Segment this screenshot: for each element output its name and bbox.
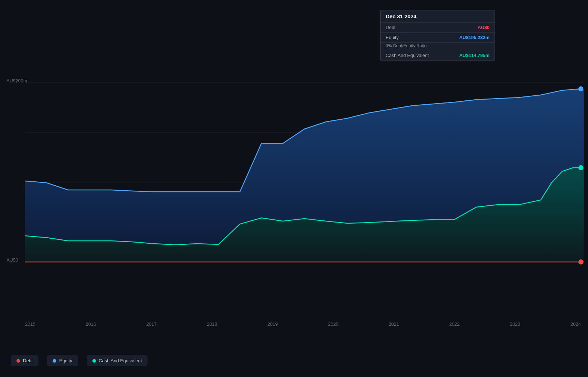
tooltip-equity-value: AU$195.232m — [459, 35, 490, 40]
x-label-2019: 2019 — [268, 321, 278, 327]
x-label-2017: 2017 — [146, 321, 156, 327]
x-label-2022: 2022 — [449, 321, 460, 327]
legend-cash[interactable]: Cash And Equivalent — [87, 355, 148, 366]
tooltip-equity-row: Equity AU$195.232m — [381, 33, 495, 43]
tooltip-equity-label: Equity — [386, 35, 399, 40]
x-label-2024: 2024 — [570, 321, 581, 327]
cash-dot — [92, 359, 96, 363]
x-label-2021: 2021 — [389, 321, 399, 327]
x-label-2018: 2018 — [207, 321, 217, 327]
cash-legend-label: Cash And Equivalent — [99, 358, 142, 363]
legend-debt[interactable]: Debt — [11, 355, 38, 366]
equity-dot — [53, 359, 56, 363]
tooltip-cash-row: Cash And Equivalent AU$114.795m — [381, 51, 495, 60]
tooltip-debt-row: Debt AU$0 — [381, 23, 495, 33]
y-axis-label-200: AU$200m — [6, 78, 27, 83]
legend: Debt Equity Cash And Equivalent — [11, 355, 148, 366]
chart-svg — [0, 0, 588, 323]
tooltip: Dec 31 2024 Debt AU$0 Equity AU$195.232m… — [380, 10, 495, 61]
cash-endpoint — [578, 165, 583, 170]
x-label-2015: 2015 — [25, 321, 35, 327]
tooltip-debt-value: AU$0 — [478, 25, 490, 30]
x-label-2016: 2016 — [86, 321, 96, 327]
tooltip-cash-label: Cash And Equivalent — [386, 53, 429, 58]
debt-endpoint — [578, 259, 583, 264]
debt-dot — [16, 359, 20, 363]
debt-legend-label: Debt — [23, 358, 33, 363]
tooltip-debt-label: Debt — [386, 25, 395, 30]
chart-container: AU$200m AU$0 2015 2016 2017 2018 2019 20… — [0, 0, 588, 377]
equity-legend-label: Equity — [59, 358, 72, 363]
x-axis-labels: 2015 2016 2017 2018 2019 2020 2021 2022 … — [25, 321, 581, 327]
equity-endpoint — [578, 86, 583, 91]
x-label-2023: 2023 — [510, 321, 520, 327]
y-axis-label-0: AU$0 — [6, 257, 18, 263]
legend-equity[interactable]: Equity — [47, 355, 78, 366]
tooltip-date: Dec 31 2024 — [381, 10, 495, 23]
x-label-2020: 2020 — [328, 321, 338, 327]
tooltip-ratio: 0% Debt/Equity Ratio — [381, 43, 495, 51]
tooltip-cash-value: AU$114.795m — [459, 53, 490, 58]
